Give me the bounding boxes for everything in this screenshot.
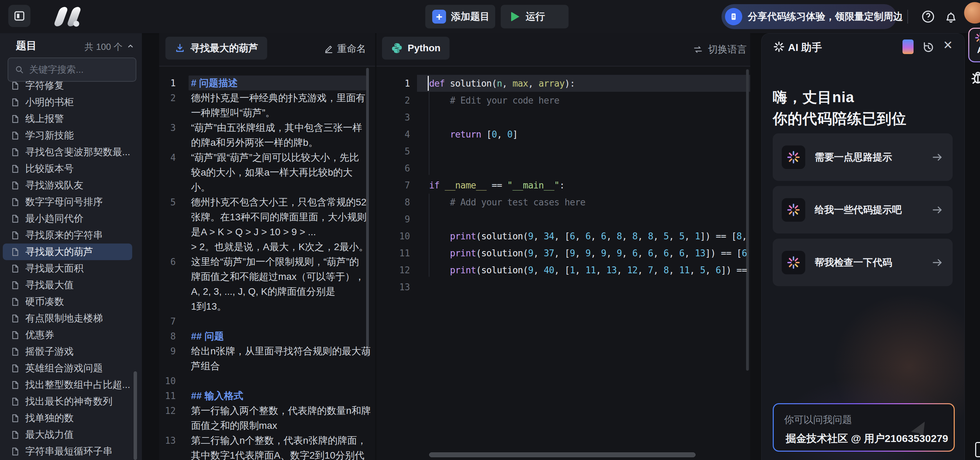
code-text: def solution(n, max, array): [429, 78, 575, 89]
notifications-button[interactable] [942, 8, 960, 26]
sidebar-item[interactable]: 寻找最大面积 [3, 260, 132, 277]
topbar-divider [907, 10, 908, 24]
run-label: 运行 [526, 10, 545, 23]
ai-floating-button[interactable]: A [968, 28, 980, 62]
collapse-chevron-up-icon[interactable] [126, 42, 135, 51]
doc-icon [10, 214, 20, 224]
sparkle-color-icon [782, 198, 805, 222]
sidebar-item[interactable]: 摇骰子游戏 [3, 343, 132, 360]
history-button[interactable] [921, 40, 935, 54]
sidebar-item[interactable]: 找出最长的神奇数列 [3, 393, 132, 410]
sidebar-item[interactable]: 学习新技能 [3, 127, 132, 144]
ai-panel-title: AI 助手 [788, 40, 822, 55]
ai-greeting-line1: 嗨，丈目nia [773, 88, 854, 107]
sidebar-item[interactable]: 字符串最短循环子串 [3, 443, 132, 460]
sidebar-item[interactable]: 找单独的数 [3, 410, 132, 426]
sidebar-item[interactable]: 有点限制地走楼梯 [3, 310, 132, 327]
doc-icon [10, 131, 20, 140]
question-text: A, 2, 3, ..., J, Q, K的牌面值分别是 [191, 285, 335, 298]
sidebar-item[interactable]: 字符修复 [3, 77, 132, 94]
question-scrollbar[interactable] [366, 68, 369, 357]
clipped-floating-button[interactable] [975, 442, 980, 457]
ai-suggestion-card[interactable]: 需要一点思路提示 [773, 133, 953, 181]
ai-input-border: 你可以问我问题 掘金技术社区 @ 用户21063530279 [773, 403, 955, 452]
question-tab[interactable]: 寻找最大的葫芦 [165, 37, 267, 59]
line-number: 11 [377, 248, 410, 259]
doc-icon [10, 380, 20, 390]
sidebar-item[interactable]: 寻找最大值 [3, 277, 132, 293]
sidebar-item[interactable]: 比较版本号 [3, 160, 132, 177]
sparkle-color-icon [782, 251, 805, 274]
help-button[interactable] [919, 8, 937, 26]
code-text: return [0, 0] [429, 129, 518, 140]
question-text: 给出n张牌，从里面寻找符合规则的最大葫 [191, 345, 371, 358]
python-icon [391, 42, 403, 54]
sidebar-item[interactable]: 数字字母问号排序 [3, 193, 132, 210]
doc-icon [10, 414, 20, 423]
avatar[interactable] [964, 2, 980, 24]
sidebar-item-label: 摇骰子游戏 [25, 345, 74, 358]
sidebar-item[interactable]: 线上报警 [3, 110, 132, 127]
sidebar-toggle-button[interactable] [8, 5, 30, 27]
banner-text: 分享代码练习体验，领限量定制周边 [748, 10, 903, 23]
question-text: 的牌a和另外两张一样的牌b。 [191, 136, 318, 149]
sidebar-item[interactable]: 找出整型数组中占比超... [3, 377, 132, 393]
arrow-right-icon [931, 256, 943, 269]
ai-suggestion-card[interactable]: 给我一些代码提示吧 [773, 186, 953, 233]
language-tab[interactable]: Python [382, 37, 450, 59]
run-button[interactable]: 运行 [501, 5, 568, 29]
close-icon[interactable]: ✕ [943, 39, 953, 51]
line-number: 5 [159, 197, 176, 208]
sidebar-item-label: 小明的书柜 [25, 96, 74, 109]
code-line: 13 [377, 278, 750, 295]
question-line: 10 [159, 374, 375, 388]
question-text: 张牌。在13种不同的牌面里面，大小规则 [191, 211, 366, 224]
ai-input[interactable]: 你可以问我问题 掘金技术社区 @ 用户21063530279 [774, 404, 954, 450]
doc-icon [10, 314, 20, 323]
sidebar-item[interactable]: 寻找原来的字符串 [3, 227, 132, 243]
question-line: 小。 [159, 180, 375, 195]
ai-suggestion-card[interactable]: 帮我检查一下代码 [773, 239, 953, 286]
search-input[interactable] [29, 64, 127, 75]
question-text: 是A > K > Q > J > 10 > 9 > ... [191, 225, 316, 239]
code-line: 11 print(solution(9, 37, [9, 9, 9, 9, 6,… [377, 244, 750, 262]
sidebar-item-label: 找出整型数组中占比超... [25, 378, 130, 391]
code-vertical-scrollbar[interactable] [746, 69, 749, 371]
line-number: 8 [377, 197, 410, 208]
sidebar-item[interactable]: 寻找包含斐波那契数最... [3, 144, 132, 160]
sidebar-item[interactable]: 寻找最大的葫芦 [3, 243, 132, 260]
sidebar-item[interactable]: 最大战力值 [3, 426, 132, 443]
sidebar-item[interactable]: 小明的书柜 [3, 94, 132, 110]
code-text: print(solution(9, 37, [9, 9, 9, 9, 6, 6,… [429, 248, 747, 259]
code-editor[interactable]: 1def solution(n, max, array):2 # Edit yo… [377, 67, 750, 460]
question-text: “葫芦”跟“葫芦”之间可以比较大小，先比 [191, 151, 359, 164]
sidebar-item[interactable]: 英雄组合游戏问题 [3, 360, 132, 377]
sidebar-item[interactable]: 硬币凑数 [3, 293, 132, 310]
rename-button[interactable]: 重命名 [324, 42, 366, 56]
sidebar-item[interactable]: 优惠券 [3, 327, 132, 343]
question-editor[interactable]: 1# 问题描述2德州扑克是一种经典的扑克游戏，里面有一种牌型叫“葫芦”。3“葫芦… [159, 67, 375, 460]
line-number: 2 [377, 95, 410, 105]
promo-banner[interactable]: 分享代码练习体验，领限量定制周边 [722, 4, 897, 29]
question-text: 一种牌型叫“葫芦”。 [191, 106, 275, 120]
code-line: 2 # Edit your code here [377, 92, 750, 109]
sidebar-scrollbar[interactable] [134, 371, 137, 460]
add-question-button[interactable]: + 添加题目 [425, 5, 495, 29]
bug-report-button[interactable] [970, 69, 980, 86]
bug-icon [970, 69, 980, 86]
app-logo[interactable] [52, 6, 90, 28]
sidebar-item[interactable]: 最小趋同代价 [3, 210, 132, 227]
question-line: 12第一行输入两个整数，代表牌的数量n和牌 [159, 403, 375, 418]
doc-icon [10, 364, 20, 373]
doc-icon [10, 231, 20, 240]
question-text: 牌面值之和不能超过max（可以等于）， [191, 270, 364, 283]
theme-gradient-swatch[interactable] [902, 40, 913, 54]
code-horizontal-scrollbar[interactable] [429, 452, 695, 457]
sidebar-item[interactable]: 寻找游戏队友 [3, 177, 132, 193]
sidebar-item-label: 优惠券 [25, 328, 54, 342]
code-line: 10 print(solution(9, 34, [6, 6, 6, 8, 8,… [377, 228, 750, 244]
switch-language-button[interactable]: 切换语言 [693, 43, 747, 56]
sidebar-item-label: 最大战力值 [25, 428, 74, 441]
question-line: 的牌a和另外两张一样的牌b。 [159, 135, 375, 150]
logo-bar-1 [53, 7, 68, 26]
